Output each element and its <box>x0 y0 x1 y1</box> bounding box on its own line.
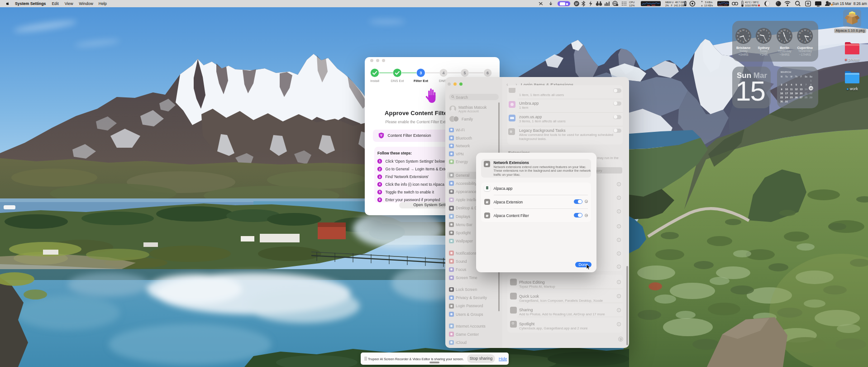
svg-text:5: 5 <box>796 83 797 86</box>
svg-text:−17HRS: −17HRS <box>799 53 811 56</box>
svg-text:27: 27 <box>800 96 802 99</box>
svg-text:W: W <box>791 76 793 78</box>
svg-text:10: 10 <box>758 31 760 34</box>
svg-text:23: 23 <box>780 96 783 99</box>
svg-text:22: 22 <box>810 92 812 94</box>
svg-text:29: 29 <box>810 96 812 99</box>
svg-text:5: 5 <box>379 190 381 193</box>
svg-text:Th: Th <box>795 76 798 78</box>
svg-text:Sun 15 Mar 8:26 am: Sun 15 Mar 8:26 am <box>832 2 867 6</box>
svg-text:Tu: Tu <box>786 76 788 78</box>
svg-text:10: 10 <box>785 87 788 90</box>
svg-text:3: 3 <box>379 175 381 178</box>
svg-text:11: 11 <box>781 29 783 32</box>
svg-text:Sa: Sa <box>805 76 808 78</box>
svg-text:11: 11 <box>760 29 762 32</box>
svg-text:9: 9 <box>781 87 782 90</box>
svg-text:M: M <box>781 76 782 78</box>
svg-text:8: 8 <box>811 83 812 86</box>
svg-text:10: 10 <box>737 32 739 34</box>
svg-text:24: 24 <box>785 96 788 99</box>
svg-text:12: 12 <box>763 29 765 31</box>
svg-text:7: 7 <box>806 83 807 86</box>
svg-text:+0HRS: +0HRS <box>739 53 749 56</box>
svg-text:20: 20 <box>800 92 802 94</box>
svg-text:MARCH: MARCH <box>781 71 792 73</box>
svg-text:10: 10 <box>799 32 801 34</box>
svg-text:11: 11 <box>739 29 742 32</box>
svg-text:31: 31 <box>785 100 788 103</box>
svg-text:1010 RPM: 1010 RPM <box>745 4 758 7</box>
svg-text:2% F 142.3 GB: 2% F 142.3 GB <box>665 4 685 7</box>
svg-text:4: 4 <box>379 183 381 186</box>
svg-text:19: 19 <box>795 92 798 94</box>
svg-text:5: 5 <box>463 71 466 75</box>
svg-text:12: 12 <box>795 87 798 90</box>
svg-text:−9HRS: −9HRS <box>780 53 790 56</box>
svg-text:F: F <box>801 76 802 78</box>
svg-text:4: 4 <box>791 83 792 86</box>
svg-text:2: 2 <box>379 167 381 170</box>
svg-text:1: 1 <box>379 159 381 163</box>
svg-text:Su: Su <box>810 76 812 78</box>
svg-text:+1HR: +1HR <box>760 53 768 56</box>
svg-text:13 KB/s: 13 KB/s <box>704 4 713 7</box>
svg-text:2: 2 <box>781 83 782 86</box>
svg-text:26: 26 <box>795 96 798 99</box>
svg-text:28: 28 <box>805 96 807 99</box>
svg-text:12: 12 <box>742 29 744 31</box>
svg-text:11: 11 <box>801 29 803 32</box>
svg-text:11: 11 <box>790 87 793 90</box>
svg-text:13: 13 <box>800 87 802 90</box>
svg-text:17: 17 <box>785 92 788 94</box>
svg-text:3: 3 <box>786 83 787 86</box>
svg-text:6: 6 <box>801 83 802 86</box>
svg-text:6: 6 <box>486 71 489 75</box>
svg-text:21: 21 <box>805 92 807 94</box>
svg-text:25: 25 <box>790 96 793 99</box>
svg-text:18: 18 <box>790 92 793 94</box>
svg-text:41°C / 38°C: 41°C / 38°C <box>745 1 759 4</box>
svg-text:1: 1 <box>811 79 812 82</box>
svg-text:12: 12 <box>783 29 786 31</box>
svg-text:5 KB/s: 5 KB/s <box>705 1 712 4</box>
svg-text:4: 4 <box>442 71 444 75</box>
svg-text:14: 14 <box>805 87 808 90</box>
svg-text:15: 15 <box>810 87 812 90</box>
svg-text:30: 30 <box>780 100 783 103</box>
svg-text:10: 10 <box>778 32 781 34</box>
svg-text:6: 6 <box>379 198 381 201</box>
svg-text:16: 16 <box>780 92 783 94</box>
svg-text:12: 12 <box>804 29 806 31</box>
svg-text:12%: 12% <box>629 4 635 7</box>
svg-text:MEM U 48.7 GB: MEM U 48.7 GB <box>665 1 684 4</box>
svg-text:3: 3 <box>420 71 422 75</box>
